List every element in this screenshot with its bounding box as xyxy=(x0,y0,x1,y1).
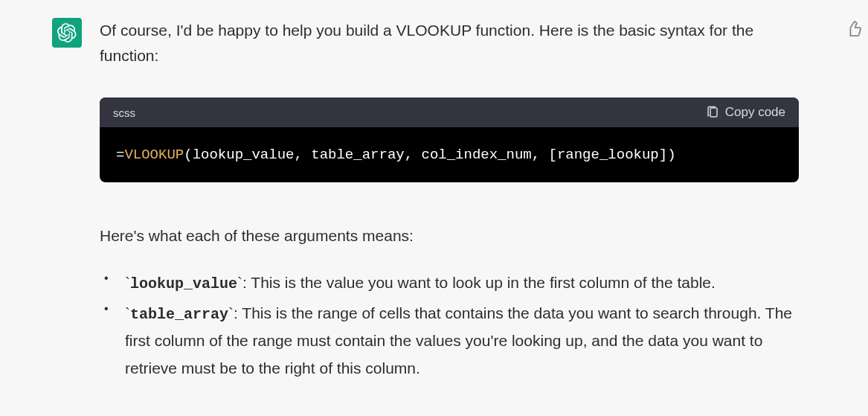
arg-name: table_array xyxy=(130,306,228,323)
assistant-avatar xyxy=(52,18,82,48)
code-block: scss Copy code =VLOOKUP(lookup_value, ta… xyxy=(100,97,799,182)
list-item: `lookup_value`: This is the value you wa… xyxy=(122,269,799,297)
code-content: =VLOOKUP(lookup_value, table_array, col_… xyxy=(100,127,799,182)
backtick: ` xyxy=(228,304,234,321)
copy-code-label: Copy code xyxy=(725,105,785,120)
message-content: Of course, I'd be happy to help you buil… xyxy=(100,18,829,385)
code-function-name: VLOOKUP xyxy=(124,147,184,163)
openai-logo-icon xyxy=(57,23,77,42)
arguments-intro: Here's what each of these arguments mean… xyxy=(100,223,799,249)
backtick: ` xyxy=(125,274,130,291)
arguments-list: `lookup_value`: This is the value you wa… xyxy=(100,269,799,383)
svg-rect-0 xyxy=(710,108,717,117)
code-header: scss Copy code xyxy=(100,97,799,127)
thumbs-up-icon[interactable] xyxy=(846,21,862,37)
arg-description: : This is the value you want to look up … xyxy=(242,274,716,291)
copy-code-button[interactable]: Copy code xyxy=(706,105,785,120)
arg-name: lookup_value xyxy=(130,275,237,292)
code-equals: = xyxy=(116,147,124,163)
backtick: ` xyxy=(125,304,130,321)
intro-paragraph: Of course, I'd be happy to help you buil… xyxy=(100,18,799,68)
list-item: `table_array`: This is the range of cell… xyxy=(122,300,799,383)
assistant-message: Of course, I'd be happy to help you buil… xyxy=(0,0,868,385)
code-language-label: scss xyxy=(113,106,135,119)
code-arguments: (lookup_value, table_array, col_index_nu… xyxy=(184,147,675,163)
backtick: ` xyxy=(237,274,242,291)
clipboard-icon xyxy=(706,106,719,119)
